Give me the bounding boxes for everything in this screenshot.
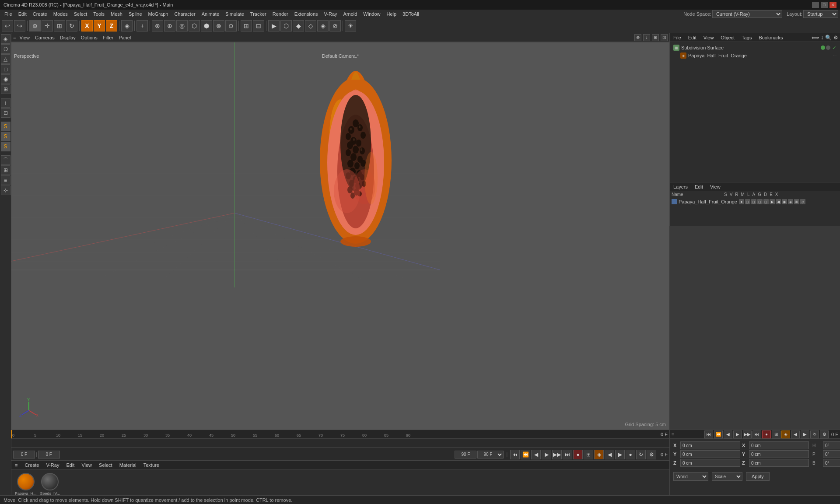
y-val-input[interactable] <box>749 450 809 458</box>
vp-menu-filter[interactable]: Filter <box>101 35 115 40</box>
menu-select[interactable]: Select <box>71 10 90 18</box>
cpb-key[interactable]: ◈ <box>781 430 790 438</box>
x-pos-input[interactable] <box>680 441 740 449</box>
menu-create[interactable]: Create <box>30 10 50 18</box>
menu-mesh[interactable]: Mesh <box>108 10 125 18</box>
left-mode-6[interactable]: ⊞ <box>1 84 10 94</box>
obj-menu-view[interactable]: View <box>702 35 716 40</box>
obj-menu-edit[interactable]: Edit <box>686 35 698 40</box>
tl-next-frame[interactable]: ▶▶ <box>552 450 562 459</box>
menu-spline[interactable]: Spline <box>126 10 145 18</box>
cpb-end[interactable]: ⏭ <box>752 430 761 438</box>
left-mode-1[interactable]: ◈ <box>1 34 10 44</box>
menu-help[interactable]: Help <box>384 10 399 18</box>
vp-menu-cameras[interactable]: Cameras <box>33 35 56 40</box>
left-s1[interactable]: S <box>1 122 10 131</box>
menu-extensions[interactable]: Extensions <box>292 10 321 18</box>
menu-tracker[interactable]: Tracker <box>248 10 269 18</box>
z-axis-button[interactable]: Z <box>106 20 117 32</box>
menu-file[interactable]: File <box>2 10 15 18</box>
rotate-button[interactable]: ↻ <box>66 20 77 32</box>
tl-play[interactable]: ▶ <box>542 450 551 459</box>
current-frame-input[interactable] <box>38 451 60 458</box>
bp-edit[interactable]: Edit <box>64 462 76 468</box>
tl-goto-start[interactable]: ⏮ <box>510 450 520 459</box>
obj-menu-file[interactable]: File <box>672 35 683 40</box>
render1[interactable]: ▶ <box>268 20 280 32</box>
menu-mograph[interactable]: MoGraph <box>146 10 171 18</box>
menu-modes[interactable]: Modes <box>51 10 70 18</box>
material-papaya[interactable]: Papaya_H... <box>15 473 37 496</box>
vp-menu-options[interactable]: Options <box>79 35 99 40</box>
vp-ctrl-3[interactable]: ⊞ <box>652 34 659 41</box>
left-scatter[interactable]: ⊹ <box>1 186 10 195</box>
h-input[interactable] <box>823 441 840 449</box>
b-input[interactable] <box>823 459 840 467</box>
menu-edit[interactable]: Edit <box>16 10 29 18</box>
cpb-record[interactable]: ● <box>762 430 771 438</box>
tl-step-back[interactable]: ⏪ <box>521 450 530 459</box>
y-axis-button[interactable]: Y <box>94 20 105 32</box>
menu-tools[interactable]: Tools <box>91 10 107 18</box>
scene-container[interactable]: Perspective Default Camera.* X Y Z Grid … <box>11 42 669 430</box>
left-mode-7[interactable]: ↕ <box>1 98 10 108</box>
obj-menu-tags[interactable]: Tags <box>740 35 753 40</box>
menu-3dtoall[interactable]: 3DToAll <box>400 10 422 18</box>
cpb-next[interactable]: ▶▶ <box>743 430 752 438</box>
snap2[interactable]: ⊟ <box>253 20 264 32</box>
render2[interactable]: ⬡ <box>280 20 292 32</box>
menu-window[interactable]: Window <box>360 10 383 18</box>
tl-key[interactable]: ◈ <box>594 450 604 459</box>
cpb-prev-key[interactable]: ◀ <box>791 430 800 438</box>
left-mode-5[interactable]: ◉ <box>1 74 10 84</box>
layer-papaya-row[interactable]: Papaya_Half_Fruit_Orange ● ◻ ◻ ◻ ◻ ▶ ◀ ◉… <box>670 198 840 205</box>
cpb-prev[interactable]: ◀ <box>724 430 732 438</box>
move-button[interactable]: ✛ <box>42 20 53 32</box>
toggle3[interactable]: ◎ <box>176 20 188 32</box>
object-mode-button[interactable]: ◈ <box>121 20 133 32</box>
scale-select[interactable]: Scale <box>712 472 742 481</box>
cpb-auto[interactable]: ⊞ <box>772 430 780 438</box>
layout-select[interactable]: Startup <box>803 10 838 18</box>
obj-toolbar-2[interactable]: ↕ <box>821 35 823 41</box>
tl-prev-key[interactable]: ◀ <box>605 450 614 459</box>
bp-material[interactable]: Material <box>118 462 138 468</box>
vp-menu-view[interactable]: View <box>18 35 32 40</box>
cpb-step-back[interactable]: ⏪ <box>714 430 723 438</box>
timeline-track[interactable] <box>11 439 669 448</box>
vp-ctrl-1[interactable]: ⊕ <box>634 34 641 41</box>
left-curve[interactable]: ⌒ <box>1 155 10 165</box>
layers-menu-layers[interactable]: Layers <box>672 184 690 189</box>
left-s2[interactable]: S <box>1 132 10 141</box>
layers-menu-view[interactable]: View <box>708 184 722 189</box>
vp-hamburger[interactable]: ≡ <box>13 35 16 40</box>
x-val-input[interactable] <box>749 441 809 449</box>
snap1[interactable]: ⊞ <box>241 20 252 32</box>
menu-animate[interactable]: Animate <box>199 10 222 18</box>
obj-toolbar-1[interactable]: ⟺ <box>812 35 819 41</box>
coords-menu[interactable]: ≡ <box>672 432 674 437</box>
viewport[interactable]: ≡ View Cameras Display Options Filter Pa… <box>11 33 669 430</box>
left-mode-4[interactable]: ◻ <box>1 64 10 74</box>
left-mode-8[interactable]: ⊡ <box>1 108 10 118</box>
maximize-button[interactable]: □ <box>821 2 828 8</box>
material-seeds[interactable]: Seeds_IV... <box>40 473 60 496</box>
obj-menu-object[interactable]: Object <box>719 35 736 40</box>
fps-select[interactable]: 90 F <box>477 451 504 458</box>
cpb-loop[interactable]: ↻ <box>810 430 819 438</box>
toggle5[interactable]: ⬢ <box>201 20 212 32</box>
vp-menu-panel[interactable]: Panel <box>117 35 133 40</box>
tl-loop[interactable]: ↻ <box>636 450 646 459</box>
obj-menu-bookmarks[interactable]: Bookmarks <box>757 35 784 40</box>
tl-record2[interactable]: ● <box>626 450 635 459</box>
bp-texture[interactable]: Texture <box>142 462 161 468</box>
close-button[interactable]: ✕ <box>830 2 836 8</box>
tl-record[interactable]: ● <box>573 450 583 459</box>
left-mode-3[interactable]: △ <box>1 54 10 64</box>
live-select-button[interactable]: ⊕ <box>29 20 41 32</box>
tl-next-key[interactable]: ▶ <box>615 450 625 459</box>
start-frame-input[interactable] <box>13 451 35 458</box>
bp-vray[interactable]: V-Ray <box>44 462 61 468</box>
tl-settings[interactable]: ⚙ <box>647 450 656 459</box>
obj-toolbar-4[interactable]: ⚙ <box>833 35 838 41</box>
